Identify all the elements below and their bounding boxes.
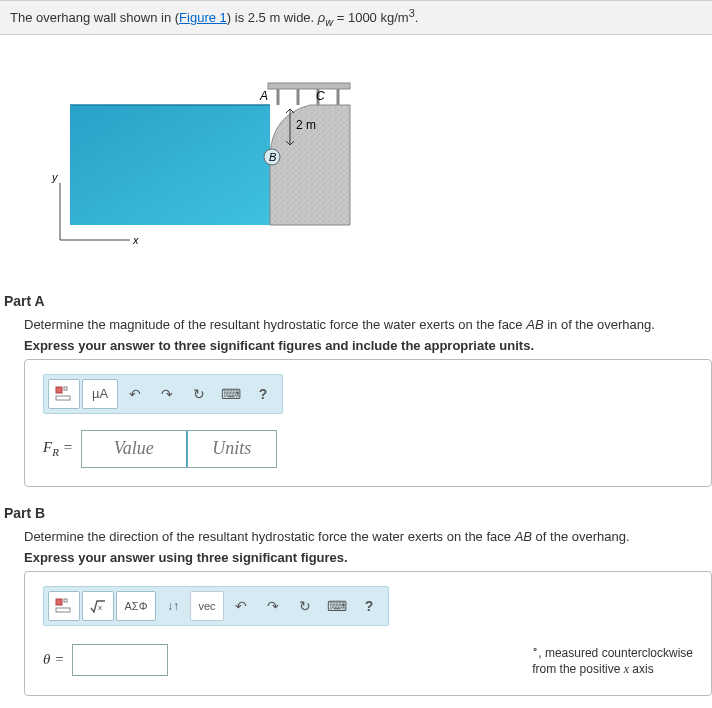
part-a-heading: Part A: [4, 293, 712, 309]
part-b-toolbar: x ΑΣΦ ↓↑ vec ↶ ↷ ↻ ⌨ ?: [43, 586, 389, 626]
rho-sub: w: [325, 16, 333, 28]
ps-period: .: [415, 10, 419, 25]
undo-icon[interactable]: ↶: [120, 380, 150, 408]
svg-rect-19: [64, 599, 67, 602]
updown-icon[interactable]: ↓↑: [158, 592, 188, 620]
part-a-question: Determine the magnitude of the resultant…: [24, 317, 712, 332]
label-C: C: [316, 89, 325, 103]
vec-button[interactable]: vec: [190, 591, 224, 621]
fr-label: FR =: [43, 439, 73, 458]
axis-x-label: x: [132, 234, 139, 246]
templates-icon[interactable]: [48, 591, 80, 621]
svg-rect-17: [56, 396, 70, 400]
svg-rect-16: [64, 387, 67, 390]
face-ab-b: AB: [515, 529, 532, 544]
value-input[interactable]: [82, 431, 186, 467]
redo-icon[interactable]: ↷: [258, 592, 288, 620]
greek-button[interactable]: ΑΣΦ: [116, 591, 156, 621]
dim-2m: 2 m: [296, 118, 316, 132]
help-icon[interactable]: ?: [354, 592, 384, 620]
part-b-answer-line: θ = ∘, measured counterclockwise from th…: [43, 642, 693, 677]
keyboard-icon[interactable]: ⌨: [322, 592, 352, 620]
figure-svg: x y A C B 2 m: [40, 65, 360, 265]
part-b-answer-box: x ΑΣΦ ↓↑ vec ↶ ↷ ↻ ⌨ ? θ = ∘, measured c…: [24, 571, 712, 696]
figure-area: x y A C B 2 m: [0, 35, 712, 285]
figure-link[interactable]: Figure 1: [179, 10, 227, 25]
svg-text:x: x: [98, 603, 102, 612]
part-a-answer-box: µA ↶ ↷ ↻ ⌨ ? FR =: [24, 359, 712, 487]
svg-rect-18: [56, 599, 62, 605]
ps-text-1: The overhang wall shown in (: [10, 10, 179, 25]
reset-icon[interactable]: ↻: [184, 380, 214, 408]
part-a-body: Determine the magnitude of the resultant…: [24, 317, 712, 487]
problem-statement: The overhang wall shown in (Figure 1) is…: [0, 0, 712, 35]
svg-rect-6: [70, 105, 270, 225]
theta-suffix: ∘, measured counterclockwise from the po…: [512, 642, 693, 677]
svg-rect-15: [56, 387, 62, 393]
sqrt-icon[interactable]: x: [82, 591, 114, 621]
ps-text-3: = 1000 kg/m: [333, 10, 409, 25]
svg-rect-20: [56, 608, 70, 612]
axis-y-label: y: [51, 171, 59, 183]
part-b-question: Determine the direction of the resultant…: [24, 529, 712, 544]
part-b-instruction: Express your answer using three signific…: [24, 550, 712, 565]
help-icon[interactable]: ?: [248, 380, 278, 408]
reset-icon[interactable]: ↻: [290, 592, 320, 620]
keyboard-icon[interactable]: ⌨: [216, 380, 246, 408]
face-ab-a: AB: [526, 317, 543, 332]
units-button[interactable]: µA: [82, 379, 118, 409]
redo-icon[interactable]: ↷: [152, 380, 182, 408]
part-a-instruction: Express your answer to three significant…: [24, 338, 712, 353]
undo-icon[interactable]: ↶: [226, 592, 256, 620]
part-b-body: Determine the direction of the resultant…: [24, 529, 712, 696]
label-A: A: [259, 89, 268, 103]
templates-icon[interactable]: [48, 379, 80, 409]
svg-rect-7: [268, 83, 350, 89]
units-input[interactable]: [188, 431, 276, 467]
part-b-heading: Part B: [4, 505, 712, 521]
ps-text-2: ) is 2.5 m wide.: [227, 10, 318, 25]
label-B: B: [269, 151, 276, 163]
value-units-pair: [81, 430, 277, 468]
theta-label: θ =: [43, 651, 64, 668]
part-a-toolbar: µA ↶ ↷ ↻ ⌨ ?: [43, 374, 283, 414]
part-a-answer-line: FR =: [43, 430, 693, 468]
theta-input[interactable]: [72, 644, 168, 676]
